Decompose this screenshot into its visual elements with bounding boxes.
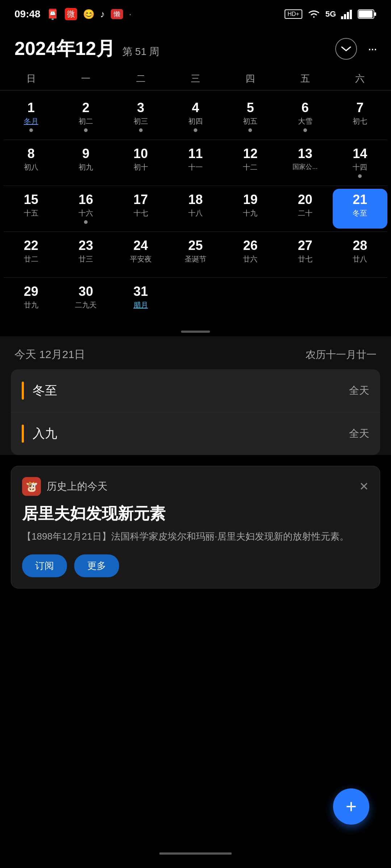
battery-icon [358, 9, 377, 19]
svg-rect-0 [341, 16, 343, 19]
history-title: 居里夫妇发现新元素 [22, 503, 369, 524]
cal-num: 15 [24, 192, 38, 207]
cal-dot [358, 174, 362, 178]
status-dot: · [129, 8, 132, 20]
cal-day-10[interactable]: 10 初十 [113, 143, 168, 183]
today-date-label: 今天 12月21日 [14, 347, 85, 362]
cal-num: 29 [24, 284, 38, 299]
cal-day-8[interactable]: 8 初八 [4, 143, 58, 183]
cal-lunar: 廿六 [243, 254, 257, 264]
cal-lunar: 十一 [188, 162, 203, 172]
cal-num: 28 [353, 238, 367, 253]
cal-lunar: 廿九 [24, 300, 38, 310]
cal-day-29[interactable]: 29 廿九 [4, 281, 58, 320]
cal-week-row-2: 8 初八 9 初九 10 初十 11 十一 12 十二 13 国家公... 14… [4, 140, 387, 186]
cal-day-23[interactable]: 23 廿三 [58, 235, 113, 275]
cal-num: 3 [137, 101, 144, 115]
today-section: 今天 12月21日 农历十一月廿一 冬至 全天 入九 全天 [0, 336, 391, 455]
more-button[interactable]: 更多 [74, 554, 119, 577]
cal-day-3[interactable]: 3 初三 [113, 97, 168, 137]
cal-day-16[interactable]: 16 十六 [58, 189, 113, 229]
cal-day-25[interactable]: 25 圣诞节 [168, 235, 223, 275]
cal-day-6[interactable]: 6 大雪 [278, 97, 332, 137]
cal-day-1[interactable]: 1 冬月 [4, 97, 58, 137]
event-item-dongzhi[interactable]: 冬至 全天 [11, 369, 380, 412]
home-indicator[interactable] [159, 852, 232, 855]
weekday-tue: 二 [113, 69, 168, 90]
event-color-bar [22, 425, 24, 443]
cal-day-5[interactable]: 5 初五 [223, 97, 278, 137]
cal-day-4[interactable]: 4 初四 [168, 97, 223, 137]
history-actions: 订阅 更多 [22, 554, 369, 577]
cal-num: 8 [28, 146, 35, 161]
status-time: 09:48 [14, 8, 41, 20]
cal-day-14[interactable]: 14 十四 [333, 143, 387, 183]
event-color-bar [22, 382, 24, 400]
history-card-header: 🐮 历史上的今天 ✕ [22, 477, 369, 496]
cal-lunar: 初九 [79, 162, 93, 172]
cal-num: 10 [134, 146, 148, 161]
cal-day-21-today[interactable]: 21 冬至 [333, 189, 387, 229]
calendar-grid: 1 冬月 2 初二 3 初三 4 初四 5 初五 6 大雪 [0, 94, 391, 323]
app-icon-tiktok: ♪ [100, 9, 105, 20]
history-source-label: 历史上的今天 [47, 480, 108, 493]
cal-week-row-5: 29 廿九 30 二九天 31 腊月 [4, 278, 387, 323]
cal-lunar: 十九 [243, 208, 257, 218]
expand-collapse-button[interactable] [335, 38, 357, 60]
cal-day-11[interactable]: 11 十一 [168, 143, 223, 183]
cal-lunar: 廿八 [353, 254, 367, 264]
cal-lunar: 十五 [24, 208, 38, 218]
cal-day-31[interactable]: 31 腊月 [113, 281, 168, 320]
cal-day-19[interactable]: 19 十九 [223, 189, 278, 229]
cal-day-13[interactable]: 13 国家公... [278, 143, 332, 183]
event-item-rujiu[interactable]: 入九 全天 [11, 412, 380, 455]
cal-dot [84, 128, 88, 132]
cal-lunar: 十七 [134, 208, 148, 218]
drag-handle[interactable] [181, 331, 210, 333]
cal-day-2[interactable]: 2 初二 [58, 97, 113, 137]
cal-day-22[interactable]: 22 廿二 [4, 235, 58, 275]
cal-day-17[interactable]: 17 十七 [113, 189, 168, 229]
cal-dot [248, 128, 252, 132]
cal-day-18[interactable]: 18 十八 [168, 189, 223, 229]
cal-num: 12 [243, 146, 257, 161]
cal-day-24[interactable]: 24 平安夜 [113, 235, 168, 275]
cal-lunar: 腊月 [134, 300, 148, 310]
cal-week-row-1: 1 冬月 2 初二 3 初三 4 初四 5 初五 6 大雪 [4, 94, 387, 140]
add-event-fab[interactable]: + [333, 788, 369, 825]
history-app-icon: 🐮 [22, 477, 41, 496]
today-header: 今天 12月21日 农历十一月廿一 [11, 336, 380, 369]
hd-plus-icon: HD+ [285, 9, 302, 19]
event-name: 冬至 [33, 382, 349, 399]
bottom-nav [0, 839, 391, 868]
cal-day-27[interactable]: 27 廿七 [278, 235, 332, 275]
cal-day-30[interactable]: 30 二九天 [58, 281, 113, 320]
cal-num: 14 [353, 146, 367, 161]
cal-num: 27 [298, 238, 312, 253]
event-time: 全天 [349, 427, 369, 441]
close-history-button[interactable]: ✕ [359, 480, 369, 493]
subscribe-button[interactable]: 订阅 [22, 554, 67, 577]
svg-rect-3 [350, 10, 352, 19]
cal-day-12[interactable]: 12 十二 [223, 143, 278, 183]
cal-lunar: 廿二 [24, 254, 38, 264]
cal-empty-3 [278, 281, 332, 320]
cal-day-15[interactable]: 15 十五 [4, 189, 58, 229]
today-lunar-label: 农历十一月廿一 [306, 348, 377, 362]
cal-day-7[interactable]: 7 初七 [333, 97, 387, 137]
cal-lunar: 初二 [79, 116, 93, 126]
cal-lunar: 二十 [298, 208, 312, 218]
cal-lunar: 初五 [243, 116, 257, 126]
cal-day-26[interactable]: 26 廿六 [223, 235, 278, 275]
cal-day-9[interactable]: 9 初九 [58, 143, 113, 183]
cal-day-20[interactable]: 20 二十 [278, 189, 332, 229]
cal-lunar: 圣诞节 [185, 254, 206, 264]
cal-num: 23 [79, 238, 93, 253]
cal-week-label: 第 51 周 [122, 45, 160, 59]
cal-day-28[interactable]: 28 廿八 [333, 235, 387, 275]
more-options-button[interactable]: ··· [368, 41, 377, 56]
cal-lunar: 冬月 [24, 116, 38, 126]
cal-dot [29, 128, 33, 132]
cal-num: 30 [79, 284, 93, 299]
signal-bars-icon [341, 9, 353, 19]
